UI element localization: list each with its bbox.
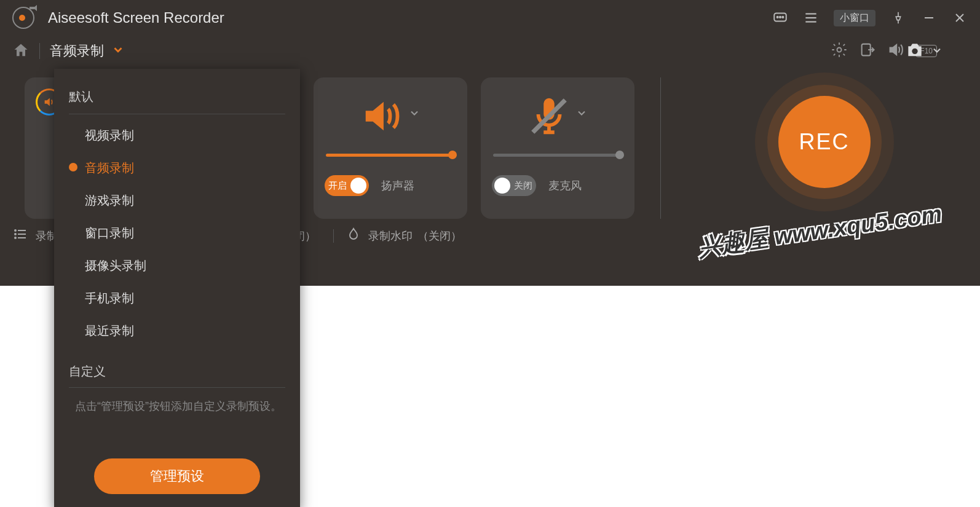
svg-point-10 bbox=[837, 48, 842, 52]
feedback-icon[interactable] bbox=[772, 10, 788, 26]
subheader: 音频录制 F10 bbox=[0, 36, 980, 66]
microphone-muted-icon bbox=[528, 95, 567, 134]
divider bbox=[39, 43, 40, 59]
microphone-panel: 关闭 麦克风 bbox=[481, 77, 634, 219]
svg-point-2 bbox=[780, 17, 781, 18]
microphone-label: 麦克风 bbox=[548, 178, 582, 193]
statusbar-watermark-label[interactable]: 录制水印 bbox=[368, 229, 413, 243]
divider bbox=[69, 114, 285, 114]
svg-point-20 bbox=[15, 237, 16, 238]
watermark-icon[interactable] bbox=[346, 227, 361, 245]
toggle-state-label: 开启 bbox=[328, 180, 347, 192]
dropdown-section-default: 默认 bbox=[54, 82, 300, 114]
export-icon[interactable] bbox=[859, 41, 876, 61]
dropdown-item[interactable]: 音频录制 bbox=[54, 152, 300, 184]
speaker-label: 扬声器 bbox=[381, 178, 414, 193]
speaker-options-toggle[interactable] bbox=[408, 107, 421, 122]
app-logo-icon bbox=[12, 7, 34, 29]
dropdown-item[interactable]: 游戏录制 bbox=[54, 184, 300, 217]
settings-icon[interactable] bbox=[831, 41, 848, 61]
dropdown-item[interactable]: 窗口录制 bbox=[54, 217, 300, 250]
menu-icon[interactable] bbox=[803, 10, 819, 26]
list-icon[interactable] bbox=[14, 227, 28, 245]
titlebar: Aiseesoft Screen Recorder 小窗口 bbox=[0, 0, 980, 36]
svg-point-18 bbox=[15, 230, 16, 231]
microphone-options-toggle[interactable] bbox=[575, 107, 588, 122]
dropdown-item[interactable]: 视频录制 bbox=[54, 119, 300, 152]
mode-dropdown-menu: 默认 视频录制音频录制游戏录制窗口录制摄像头录制手机录制最近录制 自定义 点击“… bbox=[54, 69, 300, 507]
mode-dropdown-toggle[interactable] bbox=[111, 43, 125, 59]
record-button-label: REC bbox=[799, 129, 849, 155]
dropdown-custom-hint: 点击“管理预设”按钮添加自定义录制预设。 bbox=[54, 393, 300, 428]
screenshot-icon[interactable] bbox=[905, 41, 925, 63]
speaker-volume-slider[interactable] bbox=[326, 154, 455, 157]
toggle-state-label: 关闭 bbox=[514, 180, 532, 192]
speaker-panel: 开启 扬声器 bbox=[314, 77, 467, 219]
screenshot-options-toggle[interactable] bbox=[931, 44, 943, 59]
svg-point-19 bbox=[15, 234, 16, 235]
titlebar-controls: 小窗口 bbox=[772, 10, 968, 26]
recording-mode-label: 音频录制 bbox=[50, 42, 104, 60]
divider bbox=[660, 77, 661, 219]
dropdown-item[interactable]: 摄像头录制 bbox=[54, 250, 300, 282]
divider bbox=[69, 387, 285, 388]
pin-icon[interactable] bbox=[890, 10, 906, 26]
close-icon[interactable] bbox=[952, 10, 968, 26]
microphone-volume-slider[interactable] bbox=[493, 154, 622, 157]
app-frame: Aiseesoft Screen Recorder 小窗口 音频录 bbox=[0, 0, 980, 286]
dropdown-item[interactable]: 最近录制 bbox=[54, 315, 300, 347]
app-title: Aiseesoft Screen Recorder bbox=[48, 9, 772, 26]
speaker-icon bbox=[360, 95, 400, 134]
speaker-toggle[interactable]: 开启 bbox=[325, 175, 369, 196]
dropdown-item[interactable]: 手机录制 bbox=[54, 282, 300, 315]
svg-point-3 bbox=[782, 17, 783, 18]
svg-point-14 bbox=[912, 49, 917, 54]
dropdown-section-custom: 自定义 bbox=[54, 347, 300, 387]
home-icon[interactable] bbox=[12, 42, 31, 60]
record-area: REC bbox=[687, 77, 962, 188]
mini-window-button[interactable]: 小窗口 bbox=[834, 10, 875, 26]
microphone-toggle[interactable]: 关闭 bbox=[492, 175, 536, 196]
statusbar-watermark-state: （关闭） bbox=[417, 229, 462, 243]
record-button[interactable]: REC bbox=[778, 96, 871, 188]
svg-point-1 bbox=[777, 17, 778, 18]
minimize-icon[interactable] bbox=[921, 10, 937, 26]
volume-icon[interactable] bbox=[887, 41, 904, 61]
divider bbox=[333, 229, 334, 243]
manage-presets-button[interactable]: 管理预设 bbox=[94, 458, 260, 494]
